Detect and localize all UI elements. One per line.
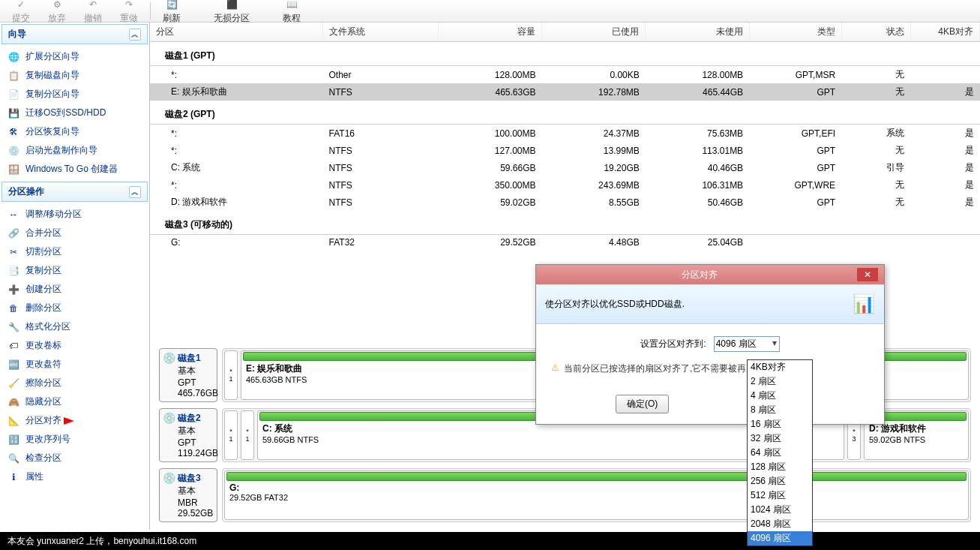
wizard-panel-header[interactable]: 向导 ︽ — [1, 24, 148, 44]
dialog-titlebar[interactable]: 分区对齐 ✕ — [536, 265, 884, 284]
nav-label: 更改序列号 — [25, 433, 70, 446]
table-row[interactable]: D: 游戏和软件NTFS59.02GB8.55GB50.46GBGPT无是 — [150, 194, 980, 211]
toolbar-tutorial[interactable]: 📖教程 — [274, 0, 310, 25]
disk-header-row: 磁盘2 (GPT) — [150, 101, 980, 125]
sidebar-item[interactable]: 🔧格式化分区 — [0, 317, 149, 336]
table-row[interactable]: *:FAT16100.00MB24.37MB75.63MBGPT,EFI系统是 — [150, 125, 980, 143]
sidebar-item[interactable]: 🙈隐藏分区 — [0, 392, 149, 411]
sidebar-item[interactable]: 📄复制分区向导 — [0, 85, 149, 104]
column-header[interactable]: 状态 — [841, 23, 910, 42]
column-header[interactable]: 4KB对齐 — [910, 23, 979, 42]
disk-visual-row: 磁盘3基本 MBR29.52GBG:29.52GB FAT32 — [159, 468, 971, 522]
redo-icon: ↷ — [121, 0, 136, 12]
dropdown-option[interactable]: 128 扇区 — [748, 460, 812, 474]
nav-label: 扩展分区向导 — [25, 50, 79, 63]
column-header[interactable]: 文件系统 — [323, 23, 439, 42]
sidebar-item[interactable]: ➕创建分区 — [0, 280, 149, 299]
partition-slot[interactable]: G:29.52GB FAT32 — [224, 470, 969, 520]
dialog-body: 设置分区对齐到: 4096 扇区 ⚠ 当前分区已按选择的扇区对齐了,它不需要被再… — [536, 324, 884, 387]
sidebar-item[interactable]: 🛠分区恢复向导 — [0, 122, 149, 141]
sidebar-item[interactable]: 📐分区对齐 — [0, 411, 149, 430]
column-header[interactable]: 分区 — [150, 23, 323, 42]
nav-label: 更改盘符 — [25, 358, 61, 371]
dropdown-option[interactable]: 2 扇区 — [748, 374, 812, 389]
column-header[interactable]: 类型 — [749, 23, 841, 42]
partition-slot[interactable]: *1 — [241, 410, 254, 460]
nav-icon: 🛠 — [7, 126, 19, 138]
usage-bar — [226, 472, 967, 481]
table-row[interactable]: C: 系统NTFS59.66GB19.20GB40.46GBGPT引导是 — [150, 159, 980, 176]
disk-parts: G:29.52GB FAT32 — [222, 468, 971, 522]
table-row[interactable]: *:NTFS127.00MB13.99MB113.01MBGPT无是 — [150, 142, 980, 159]
table-row[interactable]: G:FAT3229.52GB4.48GB25.04GB — [150, 235, 980, 251]
dropdown-option[interactable]: 512 扇区 — [748, 488, 812, 503]
align-select[interactable]: 4096 扇区 — [714, 336, 780, 352]
chevron-up-icon[interactable]: ︽ — [129, 29, 141, 41]
table-row[interactable]: E: 娱乐和歌曲NTFS465.63GB192.78MB465.44GBGPT无… — [150, 83, 980, 101]
column-header[interactable]: 容量 — [438, 23, 541, 42]
toolbar-lossless[interactable]: ⬛无损分区 — [205, 0, 259, 25]
disk-label[interactable]: 磁盘3基本 MBR29.52GB — [159, 468, 217, 522]
sidebar-item[interactable]: ↔调整/移动分区 — [0, 205, 149, 224]
nav-label: 属性 — [25, 470, 43, 483]
nav-icon: 💾 — [7, 107, 19, 119]
dropdown-option[interactable]: 32 扇区 — [748, 431, 812, 446]
disk-label[interactable]: 磁盘1基本 GPT465.76GB — [159, 348, 217, 402]
align-label: 设置分区对齐到: — [640, 338, 706, 350]
discard-icon: ⚙ — [49, 0, 64, 12]
nav-icon: 🗑 — [7, 302, 19, 314]
sidebar-item[interactable]: 📑复制分区 — [0, 261, 149, 280]
sidebar-item[interactable]: 💾迁移OS到SSD/HDD — [0, 104, 149, 122]
nav-icon: 🪟 — [7, 164, 19, 176]
sidebar-item[interactable]: ℹ属性 — [0, 467, 149, 486]
dropdown-option[interactable]: 2048 扇区 — [748, 517, 812, 531]
nav-label: 复制分区向导 — [25, 88, 79, 101]
nav-label: 检查分区 — [25, 452, 61, 464]
partition-slot[interactable]: *1 — [224, 410, 238, 460]
dropdown-option[interactable]: 8 扇区 — [748, 403, 812, 417]
dropdown-option[interactable]: 256 扇区 — [748, 474, 812, 488]
sidebar-item[interactable]: 🗑删除分区 — [0, 299, 149, 317]
dropdown-option[interactable]: 16 扇区 — [748, 417, 812, 431]
sidebar-item[interactable]: 🔗合并分区 — [0, 224, 149, 242]
sidebar-item[interactable]: 🧹擦除分区 — [0, 374, 149, 392]
sidebar-item[interactable]: 📋复制磁盘向导 — [0, 66, 149, 85]
sidebar-item[interactable]: ✂切割分区 — [0, 242, 149, 261]
toolbar-undo[interactable]: ↶撤销 — [75, 0, 111, 25]
toolbar-discard[interactable]: ⚙放弃 — [39, 0, 75, 25]
nav-icon: 📐 — [7, 415, 19, 427]
sidebar-item[interactable]: 🔤更改盘符 — [0, 355, 149, 374]
nav-label: 复制分区 — [25, 264, 61, 277]
sidebar-item[interactable]: 🪟Windows To Go 创建器 — [0, 160, 149, 179]
toolbar-redo[interactable]: ↷重做 — [111, 0, 147, 25]
dropdown-option[interactable]: 64 扇区 — [748, 446, 812, 460]
nav-label: 切割分区 — [25, 245, 61, 258]
partition-slot[interactable]: *1 — [224, 350, 238, 400]
column-header[interactable]: 已使用 — [542, 23, 646, 42]
nav-icon: 📋 — [7, 70, 19, 82]
close-icon[interactable]: ✕ — [857, 268, 878, 281]
nav-icon: 📑 — [7, 265, 19, 277]
dropdown-option[interactable]: 4KB对齐 — [748, 360, 812, 374]
disk-header-row: 磁盘1 (GPT) — [150, 42, 980, 66]
dropdown-option[interactable]: 1024 扇区 — [748, 503, 812, 517]
toolbar-refresh[interactable]: 🔄刷新 — [154, 0, 190, 25]
ok-button[interactable]: 确定(O) — [616, 395, 669, 413]
ops-panel-header[interactable]: 分区操作 ︽ — [1, 182, 148, 202]
sidebar-item[interactable]: 🌐扩展分区向导 — [0, 47, 149, 66]
disk-label[interactable]: 磁盘2基本 GPT119.24GB — [159, 408, 217, 462]
sidebar-item[interactable]: 💿启动光盘制作向导 — [0, 141, 149, 160]
sidebar-item[interactable]: 🔢更改序列号 — [0, 430, 149, 449]
dropdown-option[interactable]: 4 扇区 — [748, 389, 812, 403]
table-row[interactable]: *:Other128.00MB0.00KB128.00MBGPT,MSR无 — [150, 66, 980, 84]
dropdown-option[interactable]: 4096 扇区 — [748, 531, 812, 545]
column-header[interactable]: 未使用 — [646, 23, 749, 42]
sidebar-item[interactable]: 🔍检查分区 — [0, 449, 149, 467]
toolbar-submit[interactable]: ✓提交 — [3, 0, 39, 25]
table-row[interactable]: *:NTFS350.00MB243.69MB106.31MBGPT,WRE无是 — [150, 176, 980, 194]
dialog-buttons: 确定(O) 帮助(H) — [536, 387, 884, 424]
chevron-up-icon[interactable]: ︽ — [129, 186, 141, 198]
align-dropdown[interactable]: 4KB对齐2 扇区4 扇区8 扇区16 扇区32 扇区64 扇区128 扇区25… — [747, 359, 813, 546]
sidebar-item[interactable]: 🏷更改卷标 — [0, 336, 149, 355]
nav-label: 分区恢复向导 — [25, 125, 79, 138]
